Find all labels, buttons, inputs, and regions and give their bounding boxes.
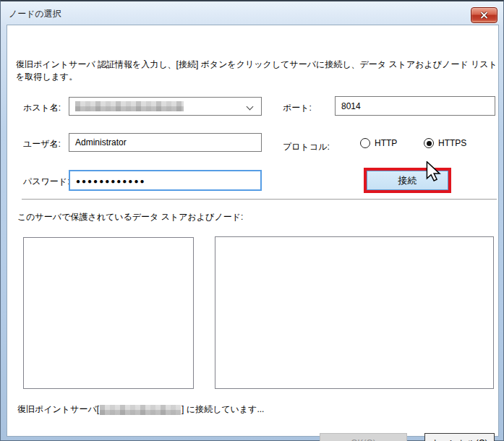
connect-button[interactable]: 接続	[367, 171, 448, 190]
user-name-label: ユーザ名:	[23, 138, 61, 150]
status-message: 復旧ポイントサーバ[ ] に接続しています...	[17, 403, 264, 416]
annotation-highlight: 接続	[364, 168, 451, 193]
port-label: ポート:	[283, 102, 312, 114]
server-name-redacted-value	[100, 405, 181, 415]
radio-option-http[interactable]: HTTP	[360, 138, 397, 148]
titlebar[interactable]: ノードの選択	[1, 1, 503, 25]
radio-checked-icon[interactable]	[424, 138, 434, 148]
host-name-redacted-value	[75, 101, 184, 111]
protected-data-section-label: このサーバで保護されているデータ ストアおよびノード:	[17, 211, 243, 223]
user-name-input[interactable]: Administrator	[69, 133, 262, 152]
dialog-description: 復旧ポイントサーバ 認証情報を入力し、[接続] ボタンをクリックしてサーバに接続…	[16, 59, 503, 83]
port-value: 8014	[341, 101, 361, 111]
chevron-down-icon[interactable]	[247, 103, 254, 111]
dialog-node-selection: ノードの選択 復旧ポイントサーバ 認証情報を入力し、[接続] ボタンをクリックし…	[0, 0, 504, 441]
window-title: ノードの選択	[9, 8, 61, 20]
user-name-value: Administrator	[75, 137, 127, 147]
radio-unchecked-icon[interactable]	[360, 138, 370, 148]
password-masked-value: ●●●●●●●●●●●●	[76, 176, 145, 185]
close-icon	[480, 12, 488, 19]
port-input[interactable]: 8014	[335, 96, 495, 116]
host-name-label: ホスト名:	[23, 102, 61, 114]
protocol-label: プロトコル:	[283, 141, 330, 153]
status-prefix: 復旧ポイントサーバ[	[17, 403, 99, 416]
status-suffix: ] に接続しています...	[181, 403, 264, 416]
password-input[interactable]: ●●●●●●●●●●●●	[69, 170, 262, 191]
dialog-client-area: 復旧ポイントサーバ 認証情報を入力し、[接続] ボタンをクリックしてサーバに接続…	[7, 25, 499, 437]
password-label: パスワード:	[23, 176, 69, 188]
node-list[interactable]	[215, 236, 494, 389]
separator-line	[22, 199, 497, 200]
ok-button[interactable]: OK(O)	[320, 433, 407, 441]
data-store-list[interactable]	[23, 237, 194, 389]
radio-https-label: HTTPS	[438, 138, 466, 148]
radio-option-https[interactable]: HTTPS	[424, 138, 466, 148]
close-button[interactable]	[471, 7, 497, 23]
host-name-combobox[interactable]	[69, 97, 262, 116]
cancel-button[interactable]: キャンセル(C)	[424, 433, 495, 441]
radio-http-label: HTTP	[375, 138, 397, 148]
